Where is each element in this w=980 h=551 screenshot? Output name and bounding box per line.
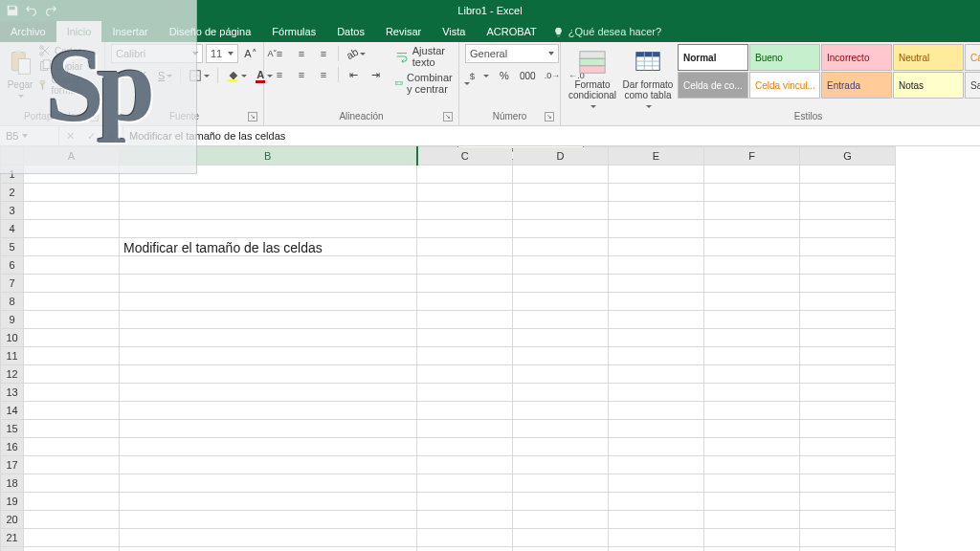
tell-me-search[interactable]: ¿Qué desea hacer? [553, 21, 661, 42]
number-format-combo[interactable]: General [465, 44, 559, 63]
cell-E11[interactable] [609, 347, 704, 365]
font-name-combo[interactable]: Calibri [111, 44, 203, 63]
cell-E21[interactable] [609, 529, 704, 547]
cell-E2[interactable] [609, 184, 704, 202]
cell-B10[interactable] [120, 329, 417, 347]
align-right-button[interactable]: ≡ [314, 65, 333, 84]
cell-D4[interactable] [513, 220, 609, 238]
cell-F21[interactable] [704, 529, 800, 547]
cell-D17[interactable] [513, 456, 609, 474]
cell-F10[interactable] [704, 329, 800, 347]
row-header-15[interactable]: 15 [1, 420, 24, 438]
cell-D22[interactable] [513, 547, 609, 552]
cell-D2[interactable] [513, 184, 609, 202]
cell-F4[interactable] [704, 220, 800, 238]
cell-B18[interactable] [120, 474, 417, 493]
cell-A9[interactable] [24, 311, 120, 329]
cell-C22[interactable] [417, 547, 513, 552]
align-middle-button[interactable]: ≡ [292, 44, 311, 63]
borders-button[interactable] [186, 66, 212, 85]
row-header-14[interactable]: 14 [1, 402, 24, 420]
style-incorrecto[interactable]: Incorrecto [821, 44, 892, 71]
tab-inicio[interactable]: Inicio [56, 21, 102, 42]
cell-G14[interactable] [800, 402, 896, 420]
cell-D3[interactable] [513, 202, 609, 220]
cell-B13[interactable] [120, 384, 417, 402]
cell-A14[interactable] [24, 402, 120, 420]
cell-C12[interactable] [417, 365, 513, 384]
row-header-10[interactable]: 10 [1, 329, 24, 347]
cell-D21[interactable] [513, 529, 609, 547]
cell-A8[interactable] [24, 293, 120, 311]
cell-E6[interactable] [609, 256, 704, 275]
cell-E3[interactable] [609, 202, 704, 220]
cell-C20[interactable] [417, 511, 513, 529]
cell-A2[interactable] [24, 184, 120, 202]
conditional-format-button[interactable]: Formato condicional [567, 44, 618, 111]
cell-G17[interactable] [800, 456, 896, 474]
accounting-format-button[interactable]: $ [465, 66, 492, 85]
cell-B20[interactable] [120, 511, 417, 529]
cell-E9[interactable] [609, 311, 704, 329]
cell-D12[interactable] [513, 365, 609, 384]
cell-G9[interactable] [800, 311, 896, 329]
cell-A17[interactable] [24, 456, 120, 474]
select-all-corner[interactable] [1, 147, 24, 165]
cell-B5[interactable]: Modificar el tamaño de las celdas [120, 238, 417, 256]
cell-B12[interactable] [120, 365, 417, 384]
cell-B19[interactable] [120, 493, 417, 511]
cell-C6[interactable] [417, 256, 513, 275]
cell-A11[interactable] [24, 347, 120, 365]
cell-C10[interactable] [417, 329, 513, 347]
cell-G20[interactable] [800, 511, 896, 529]
cell-F13[interactable] [704, 384, 800, 402]
cell-B21[interactable] [120, 529, 417, 547]
cell-D9[interactable] [513, 311, 609, 329]
cell-A16[interactable] [24, 438, 120, 456]
cancel-icon[interactable]: ✕ [59, 130, 80, 143]
cell-F12[interactable] [704, 365, 800, 384]
cell-A22[interactable] [24, 547, 120, 552]
cell-C11[interactable] [417, 347, 513, 365]
cell-F2[interactable] [704, 184, 800, 202]
redo-icon[interactable] [44, 4, 57, 17]
cell-B9[interactable] [120, 311, 417, 329]
row-header-3[interactable]: 3 [1, 202, 24, 220]
cell-B17[interactable] [120, 456, 417, 474]
cell-G19[interactable] [800, 493, 896, 511]
percent-button[interactable]: % [495, 66, 514, 85]
cell-B4[interactable] [120, 220, 417, 238]
cell-G6[interactable] [800, 256, 896, 275]
row-header-2[interactable]: 2 [1, 184, 24, 202]
tab-revisar[interactable]: Revisar [375, 21, 432, 42]
save-icon[interactable] [6, 4, 19, 17]
cell-B3[interactable] [120, 202, 417, 220]
tab-insertar[interactable]: Insertar [101, 21, 158, 42]
row-header-9[interactable]: 9 [1, 311, 24, 329]
cell-E10[interactable] [609, 329, 704, 347]
bold-button[interactable]: N [111, 66, 130, 85]
cell-A4[interactable] [24, 220, 120, 238]
cell-F17[interactable] [704, 456, 800, 474]
cell-E7[interactable] [609, 275, 704, 293]
align-top-button[interactable]: ≡ [270, 44, 289, 63]
orientation-button[interactable]: ab [344, 44, 368, 63]
cell-A19[interactable] [24, 493, 120, 511]
cell-D8[interactable] [513, 293, 609, 311]
cell-F1[interactable] [704, 165, 800, 184]
cell-C1[interactable] [417, 165, 513, 184]
cell-C16[interactable] [417, 438, 513, 456]
dialog-launcher-icon[interactable]: ↘ [248, 112, 257, 121]
row-header-11[interactable]: 11 [1, 347, 24, 365]
style-celda-de-co-[interactable]: Celda de co... [678, 72, 748, 99]
increase-font-button[interactable]: A˄ [241, 44, 260, 63]
cell-F20[interactable] [704, 511, 800, 529]
cell-F19[interactable] [704, 493, 800, 511]
cell-A3[interactable] [24, 202, 120, 220]
col-header-B[interactable]: B [120, 147, 417, 165]
cell-A21[interactable] [24, 529, 120, 547]
cell-E5[interactable] [609, 238, 704, 256]
cell-B2[interactable] [120, 184, 417, 202]
row-header-19[interactable]: 19 [1, 493, 24, 511]
tab-file[interactable]: Archivo [0, 21, 56, 42]
